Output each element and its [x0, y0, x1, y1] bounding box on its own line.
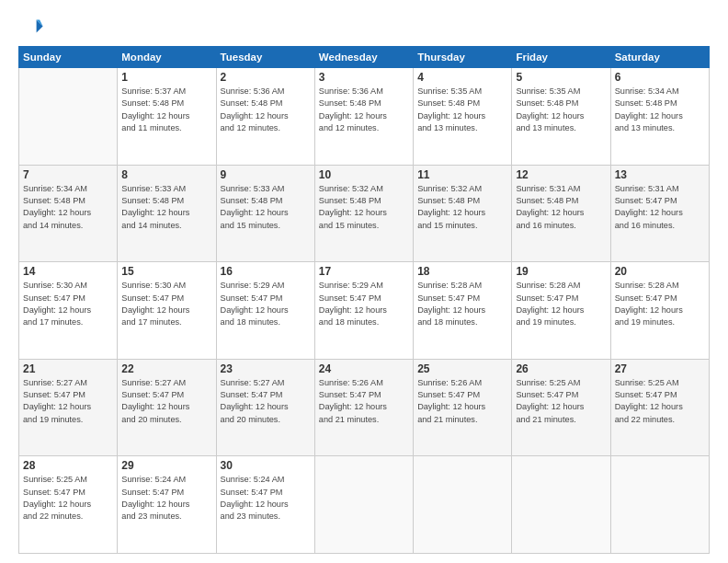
day-number: 13 [615, 168, 705, 181]
day-number: 1 [121, 71, 211, 84]
calendar-header: SundayMondayTuesdayWednesdayThursdayFrid… [19, 47, 710, 68]
day-info: Sunrise: 5:26 AMSunset: 5:47 PMDaylight:… [417, 377, 507, 426]
calendar-cell [19, 68, 118, 166]
calendar-cell: 12Sunrise: 5:31 AMSunset: 5:48 PMDayligh… [512, 165, 610, 262]
calendar-cell: 26Sunrise: 5:25 AMSunset: 5:47 PMDayligh… [512, 359, 610, 456]
calendar-table: SundayMondayTuesdayWednesdayThursdayFrid… [18, 46, 710, 554]
day-number: 30 [221, 459, 311, 472]
day-number: 29 [121, 459, 211, 472]
calendar-cell: 9Sunrise: 5:33 AMSunset: 5:48 PMDaylight… [216, 165, 314, 262]
day-info: Sunrise: 5:27 AMSunset: 5:47 PMDaylight:… [121, 377, 211, 426]
day-number: 27 [615, 362, 705, 375]
day-number: 2 [221, 71, 311, 84]
day-info: Sunrise: 5:27 AMSunset: 5:47 PMDaylight:… [221, 377, 311, 426]
calendar-cell: 20Sunrise: 5:28 AMSunset: 5:47 PMDayligh… [610, 262, 709, 360]
weekday-header: Saturday [610, 47, 709, 68]
day-number: 20 [615, 265, 705, 278]
calendar-cell: 6Sunrise: 5:34 AMSunset: 5:48 PMDaylight… [610, 68, 709, 166]
page: SundayMondayTuesdayWednesdayThursdayFrid… [0, 0, 728, 563]
day-info: Sunrise: 5:28 AMSunset: 5:47 PMDaylight:… [615, 280, 705, 328]
calendar-cell: 21Sunrise: 5:27 AMSunset: 5:47 PMDayligh… [19, 359, 118, 456]
day-info: Sunrise: 5:28 AMSunset: 5:47 PMDaylight:… [417, 280, 507, 328]
calendar-cell: 5Sunrise: 5:35 AMSunset: 5:48 PMDaylight… [512, 68, 610, 166]
weekday-header: Tuesday [216, 47, 314, 68]
calendar-week-row: 7Sunrise: 5:34 AMSunset: 5:48 PMDaylight… [19, 165, 710, 262]
calendar-cell [512, 456, 610, 554]
day-number: 5 [516, 71, 606, 84]
calendar-week-row: 28Sunrise: 5:25 AMSunset: 5:47 PMDayligh… [19, 456, 710, 554]
day-info: Sunrise: 5:36 AMSunset: 5:48 PMDaylight:… [221, 86, 311, 134]
calendar-cell: 19Sunrise: 5:28 AMSunset: 5:47 PMDayligh… [512, 262, 610, 360]
calendar-body: 1Sunrise: 5:37 AMSunset: 5:48 PMDaylight… [19, 68, 710, 554]
day-info: Sunrise: 5:35 AMSunset: 5:48 PMDaylight:… [516, 86, 606, 134]
day-number: 22 [121, 362, 211, 375]
calendar-cell: 24Sunrise: 5:26 AMSunset: 5:47 PMDayligh… [314, 359, 413, 456]
calendar-cell [414, 456, 512, 554]
calendar-week-row: 14Sunrise: 5:30 AMSunset: 5:47 PMDayligh… [19, 262, 710, 360]
day-number: 12 [516, 168, 606, 181]
day-number: 6 [615, 71, 705, 84]
day-info: Sunrise: 5:30 AMSunset: 5:47 PMDaylight:… [121, 280, 211, 328]
calendar-week-row: 21Sunrise: 5:27 AMSunset: 5:47 PMDayligh… [19, 359, 710, 456]
day-number: 26 [516, 362, 606, 375]
calendar-cell: 1Sunrise: 5:37 AMSunset: 5:48 PMDaylight… [118, 68, 216, 166]
day-info: Sunrise: 5:27 AMSunset: 5:47 PMDaylight:… [23, 377, 113, 426]
day-number: 19 [516, 265, 606, 278]
logo-icon [18, 15, 44, 40]
day-info: Sunrise: 5:33 AMSunset: 5:48 PMDaylight:… [121, 183, 211, 232]
day-number: 21 [23, 362, 113, 375]
calendar-cell: 16Sunrise: 5:29 AMSunset: 5:47 PMDayligh… [216, 262, 314, 360]
day-info: Sunrise: 5:33 AMSunset: 5:48 PMDaylight:… [221, 183, 311, 232]
day-info: Sunrise: 5:32 AMSunset: 5:48 PMDaylight:… [319, 183, 409, 232]
day-info: Sunrise: 5:24 AMSunset: 5:47 PMDaylight:… [121, 474, 211, 523]
day-number: 15 [121, 265, 211, 278]
calendar-cell: 30Sunrise: 5:24 AMSunset: 5:47 PMDayligh… [216, 456, 314, 554]
day-number: 11 [417, 168, 507, 181]
day-number: 24 [319, 362, 409, 375]
weekday-header: Monday [118, 47, 216, 68]
day-info: Sunrise: 5:28 AMSunset: 5:47 PMDaylight:… [516, 280, 606, 328]
weekday-header: Wednesday [314, 47, 413, 68]
calendar-cell: 2Sunrise: 5:36 AMSunset: 5:48 PMDaylight… [216, 68, 314, 166]
calendar-cell: 27Sunrise: 5:25 AMSunset: 5:47 PMDayligh… [610, 359, 709, 456]
calendar-cell: 28Sunrise: 5:25 AMSunset: 5:47 PMDayligh… [19, 456, 118, 554]
calendar-cell: 14Sunrise: 5:30 AMSunset: 5:47 PMDayligh… [19, 262, 118, 360]
day-number: 4 [417, 71, 507, 84]
day-info: Sunrise: 5:25 AMSunset: 5:47 PMDaylight:… [516, 377, 606, 426]
calendar-cell: 25Sunrise: 5:26 AMSunset: 5:47 PMDayligh… [414, 359, 512, 456]
weekday-header: Friday [512, 47, 610, 68]
calendar-cell: 11Sunrise: 5:32 AMSunset: 5:48 PMDayligh… [414, 165, 512, 262]
calendar-cell: 17Sunrise: 5:29 AMSunset: 5:47 PMDayligh… [314, 262, 413, 360]
calendar-cell: 22Sunrise: 5:27 AMSunset: 5:47 PMDayligh… [118, 359, 216, 456]
day-number: 17 [319, 265, 409, 278]
calendar-cell: 23Sunrise: 5:27 AMSunset: 5:47 PMDayligh… [216, 359, 314, 456]
day-info: Sunrise: 5:37 AMSunset: 5:48 PMDaylight:… [121, 86, 211, 134]
day-number: 23 [221, 362, 311, 375]
calendar-cell [314, 456, 413, 554]
day-info: Sunrise: 5:34 AMSunset: 5:48 PMDaylight:… [615, 86, 705, 134]
weekday-header: Thursday [414, 47, 512, 68]
day-info: Sunrise: 5:25 AMSunset: 5:47 PMDaylight:… [615, 377, 705, 426]
calendar-cell: 8Sunrise: 5:33 AMSunset: 5:48 PMDaylight… [118, 165, 216, 262]
day-info: Sunrise: 5:35 AMSunset: 5:48 PMDaylight:… [417, 86, 507, 134]
weekday-row: SundayMondayTuesdayWednesdayThursdayFrid… [19, 47, 710, 68]
calendar-cell: 13Sunrise: 5:31 AMSunset: 5:47 PMDayligh… [610, 165, 709, 262]
day-info: Sunrise: 5:31 AMSunset: 5:48 PMDaylight:… [516, 183, 606, 232]
logo [18, 15, 46, 40]
calendar-week-row: 1Sunrise: 5:37 AMSunset: 5:48 PMDaylight… [19, 68, 710, 166]
calendar-cell: 15Sunrise: 5:30 AMSunset: 5:47 PMDayligh… [118, 262, 216, 360]
day-info: Sunrise: 5:34 AMSunset: 5:48 PMDaylight:… [23, 183, 113, 232]
calendar-cell: 18Sunrise: 5:28 AMSunset: 5:47 PMDayligh… [414, 262, 512, 360]
day-number: 18 [417, 265, 507, 278]
day-number: 14 [23, 265, 113, 278]
day-number: 10 [319, 168, 409, 181]
header [18, 15, 710, 40]
day-info: Sunrise: 5:30 AMSunset: 5:47 PMDaylight:… [23, 280, 113, 328]
day-info: Sunrise: 5:29 AMSunset: 5:47 PMDaylight:… [221, 280, 311, 328]
day-info: Sunrise: 5:25 AMSunset: 5:47 PMDaylight:… [23, 474, 113, 523]
calendar-cell: 10Sunrise: 5:32 AMSunset: 5:48 PMDayligh… [314, 165, 413, 262]
calendar-cell: 29Sunrise: 5:24 AMSunset: 5:47 PMDayligh… [118, 456, 216, 554]
calendar-cell: 4Sunrise: 5:35 AMSunset: 5:48 PMDaylight… [414, 68, 512, 166]
day-info: Sunrise: 5:36 AMSunset: 5:48 PMDaylight:… [319, 86, 409, 134]
day-number: 25 [417, 362, 507, 375]
